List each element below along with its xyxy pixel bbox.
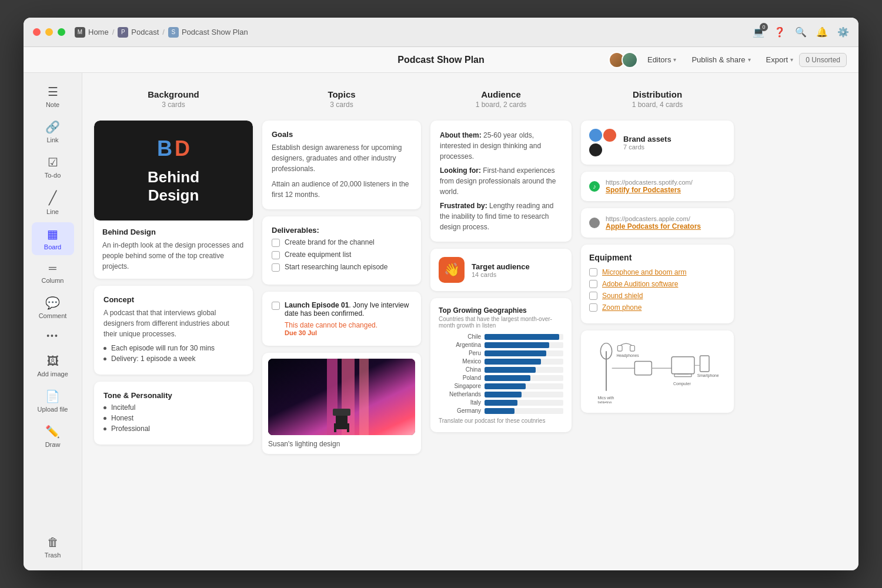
svg-rect-20: [617, 346, 622, 352]
breadcrumb-podcast-label: Podcast: [131, 28, 159, 36]
background-subtitle: 3 cards: [94, 101, 253, 109]
publish-button[interactable]: Publish & share ▾: [686, 52, 756, 67]
brand-image-card[interactable]: B D Behind Design Behind Design An in-de…: [94, 121, 253, 279]
minimize-button[interactable]: [45, 28, 53, 36]
target-audience-card[interactable]: 👋 Target audience 14 cards: [430, 249, 572, 291]
image-caption: Susan's lighting design: [268, 440, 415, 448]
sidebar-item-note[interactable]: ☰ Note: [32, 80, 74, 113]
geo-chart-card[interactable]: Top Growing Geographies Countries that h…: [430, 298, 572, 432]
mic-link[interactable]: Microphone and boom arm: [602, 268, 686, 276]
column-icon: ═: [49, 262, 56, 275]
sidebar-item-line[interactable]: ╱ Line: [32, 186, 74, 220]
brand-design-image: B D Behind Design: [94, 121, 253, 220]
sidebar-item-upload-file[interactable]: 📄 Upload file: [32, 385, 74, 417]
concept-card[interactable]: Concept A podcast that that interviews g…: [94, 286, 253, 375]
more-icon: •••: [46, 331, 59, 340]
setup-diagram-card[interactable]: Mics with tabletop stands: [581, 330, 734, 413]
breadcrumb-home-label: Home: [88, 28, 109, 36]
sidebar-upload-label: Upload file: [38, 406, 68, 413]
maximize-button[interactable]: [58, 28, 65, 36]
sidebar-draw-label: Draw: [45, 441, 61, 448]
due-date: Due 30 Jul: [285, 329, 412, 336]
launch-card[interactable]: Launch Episode 01. Jony Ive interview da…: [262, 292, 421, 346]
editors-chevron: ▾: [673, 56, 676, 63]
podcast-icon: P: [118, 27, 128, 38]
device-badge: 0: [760, 23, 768, 31]
chart-title: Top Growing Geographies: [439, 306, 563, 315]
sidebar-item-column[interactable]: ═ Column: [32, 258, 74, 289]
brand-assets-card[interactable]: Brand assets 7 cards: [581, 121, 734, 165]
zoom-link[interactable]: Zoom phone: [602, 303, 642, 312]
brand-assets-icon: [589, 129, 616, 156]
apple-url: https://podcasters.apple.com/: [606, 215, 701, 222]
chart-footer: Translate our podcast for these coutnrie…: [439, 417, 563, 424]
setup-svg: Mics with tabletop stands: [589, 339, 726, 403]
equip-item-3: Sound shield: [589, 292, 726, 300]
svg-rect-6: [334, 423, 336, 432]
breadcrumb-podcast[interactable]: P Podcast: [118, 27, 159, 38]
sidebar-item-draw[interactable]: ✏️ Draw: [32, 420, 74, 453]
breadcrumb-home[interactable]: M Home: [75, 27, 109, 38]
sidebar-item-more[interactable]: •••: [32, 326, 74, 348]
brand-assets-subtitle: 7 cards: [623, 143, 671, 151]
topics-title: Topics: [262, 89, 421, 99]
equip-item-2: Adobe Audition software: [589, 280, 726, 288]
sidebar-item-trash[interactable]: 🗑 Trash: [32, 531, 74, 563]
svg-rect-18: [674, 374, 691, 377]
breadcrumb-plan-label: Podcast Show Plan: [182, 28, 248, 36]
column-topics: Topics 3 cards Goals Establish design aw…: [262, 85, 421, 454]
tone-bullet-3: Professional: [103, 425, 243, 433]
equipment-title: Equipment: [589, 253, 726, 262]
distribution-header: Distribution 1 board, 4 cards: [581, 85, 734, 113]
editors-button[interactable]: Editors ▾: [642, 52, 682, 67]
add-image-icon: 🖼: [47, 355, 59, 368]
svg-text:Mics with: Mics with: [598, 396, 614, 400]
draw-icon: ✏️: [45, 425, 60, 439]
lighting-image-card[interactable]: Susan's lighting design: [262, 353, 421, 454]
apple-link-card[interactable]: https://podcasters.apple.com/ Apple Podc…: [581, 208, 734, 238]
svg-rect-16: [671, 357, 694, 374]
audience-about-card[interactable]: About them: 25-60 year olds, interested …: [430, 121, 572, 242]
sidebar: ☰ Note 🔗 Link ☑ To-do ╱ Line ▦ Board ═ C…: [24, 73, 82, 570]
sidebar-link-label: Link: [46, 136, 58, 143]
tone-card[interactable]: Tone & Personality Inciteful Honest Prof…: [94, 382, 253, 445]
sidebar-column-label: Column: [42, 277, 64, 284]
svg-rect-7: [347, 423, 349, 432]
deliv-item-3: Start researching launch episode: [272, 263, 412, 272]
brand-tagline: Behind Design: [148, 168, 199, 205]
export-button[interactable]: Export ▾: [760, 52, 800, 67]
shield-link[interactable]: Sound shield: [602, 292, 643, 300]
spotify-link-card[interactable]: ♪ https://podcasters.spotify.com/ Spotif…: [581, 172, 734, 201]
spotify-name[interactable]: Spotify for Podcasters: [606, 186, 693, 194]
settings-icon[interactable]: ⚙️: [837, 26, 849, 38]
goals-card[interactable]: Goals Establish design awareness for upc…: [262, 121, 421, 209]
trash-icon: 🗑: [47, 536, 59, 549]
concept-bullet-1: Each episode will run for 30 mins: [103, 344, 243, 352]
bell-icon[interactable]: 🔔: [816, 26, 828, 38]
svg-text:Headphones: Headphones: [616, 353, 639, 358]
apple-icon: [589, 218, 600, 228]
equipment-card[interactable]: Equipment Microphone and boom arm Adobe …: [581, 245, 734, 323]
sidebar-item-comment[interactable]: 💬 Comment: [32, 291, 74, 324]
distribution-subtitle: 1 board, 4 cards: [581, 101, 734, 109]
warning-text: This date cannot be changed.: [285, 321, 412, 329]
audition-link[interactable]: Adobe Audition software: [602, 280, 678, 288]
sidebar-item-link[interactable]: 🔗 Link: [32, 115, 74, 148]
close-button[interactable]: [33, 28, 41, 36]
sidebar-item-todo[interactable]: ☑ To-do: [32, 151, 74, 183]
help-icon[interactable]: ❓: [774, 26, 786, 38]
brand-logo: B D: [157, 136, 190, 161]
comment-icon: 💬: [45, 296, 60, 310]
device-icon[interactable]: 💻 0: [753, 26, 764, 38]
sidebar-item-board[interactable]: ▦ Board: [32, 222, 74, 255]
deliverables-card[interactable]: Deliverables: Create brand for the chann…: [262, 216, 421, 285]
breadcrumb: M Home / P Podcast / S Podcast Show Plan: [75, 27, 248, 38]
sidebar-add-image-label: Add image: [37, 370, 68, 377]
search-icon[interactable]: 🔍: [795, 26, 807, 38]
spotify-url: https://podcasters.spotify.com/: [606, 179, 693, 186]
svg-rect-4: [336, 415, 348, 429]
breadcrumb-plan[interactable]: S Podcast Show Plan: [168, 27, 248, 38]
equip-item-4: Zoom phone: [589, 303, 726, 312]
sidebar-item-add-image[interactable]: 🖼 Add image: [32, 350, 74, 382]
apple-name[interactable]: Apple Podcasts for Creators: [606, 222, 701, 230]
